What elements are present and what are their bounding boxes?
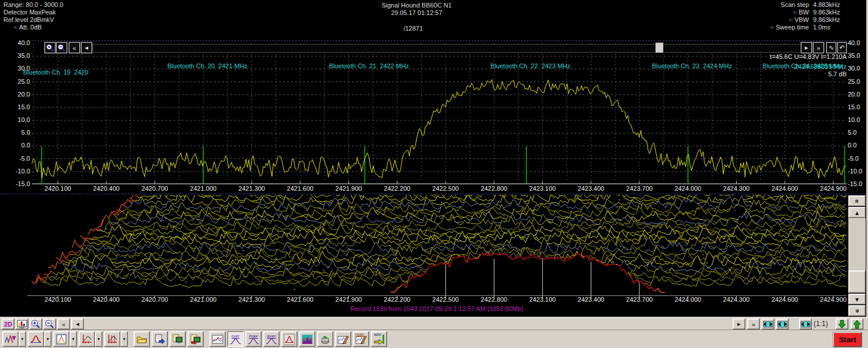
view-2d-button[interactable]: 2D xyxy=(2,319,14,330)
file-convert-button[interactable] xyxy=(152,331,168,347)
chart-display-icon xyxy=(16,319,28,330)
marker-trace-button-group: ▾ xyxy=(2,331,26,347)
y-tick-label: 35.0 xyxy=(13,52,30,59)
export-screen-button-group xyxy=(170,331,186,347)
y-tick-label: 15.0 xyxy=(13,103,30,110)
start-button[interactable]: Start xyxy=(833,332,862,347)
scroll-double-up[interactable]: « xyxy=(848,195,866,206)
y-tick-label: -5.0 xyxy=(848,155,865,162)
filled-spectrum-button[interactable] xyxy=(299,331,315,347)
bell-window-button[interactable] xyxy=(281,331,297,347)
step-left-button[interactable]: ◂ xyxy=(71,319,84,330)
waterfall-scrollbar-thumb[interactable] xyxy=(848,271,866,293)
shift-down-button[interactable] xyxy=(836,319,848,330)
export-screen-button[interactable] xyxy=(170,331,186,347)
zoom-in-button[interactable] xyxy=(30,319,42,330)
fit-height-button[interactable] xyxy=(776,319,789,330)
trace-curve-icon xyxy=(230,338,241,345)
trace-max-button[interactable]: max xyxy=(245,331,262,347)
plot-scrollbar-track[interactable] xyxy=(93,44,801,53)
bell-red-icon xyxy=(30,334,42,345)
plot-page-left-button[interactable]: « xyxy=(69,42,80,53)
trace-average-button[interactable]: aver xyxy=(263,331,279,347)
clear-history-button[interactable] xyxy=(317,331,333,347)
hand-icon[interactable]: ☜ xyxy=(770,24,775,31)
chevron-down-icon: ▾ xyxy=(46,336,49,342)
multi-trace-button[interactable] xyxy=(209,331,226,347)
curve-fit-button[interactable] xyxy=(28,331,44,347)
page-left-button[interactable]: « xyxy=(57,319,70,330)
trace-curve-icon xyxy=(248,338,259,345)
plot-zoom-out-button[interactable] xyxy=(56,42,67,53)
scroll-up[interactable]: ▴ xyxy=(848,207,866,218)
fit-h-icon xyxy=(762,319,774,330)
label-export-button[interactable]: abc xyxy=(371,331,387,347)
x-tick-label: 2420.100 xyxy=(39,185,76,192)
plot-window-button[interactable] xyxy=(53,331,69,347)
scroll-down-icon: ▾ xyxy=(855,295,859,303)
y-tick-label: 25.0 xyxy=(13,78,30,85)
grid-red-icon xyxy=(81,334,93,345)
scroll-double-down[interactable]: « xyxy=(848,305,866,316)
plot-pan-button[interactable]: ∿ xyxy=(826,42,836,53)
plot-window-button-dropdown[interactable]: ▾ xyxy=(69,331,77,347)
plot-scrollbar-thumb[interactable] xyxy=(656,43,663,53)
x-tick-label: 2423.400 xyxy=(572,185,609,192)
plot-step-right-button[interactable]: ▸ xyxy=(801,42,812,53)
grid-scale-button-dropdown[interactable]: ▾ xyxy=(95,331,102,347)
shift-up-button[interactable] xyxy=(851,319,863,330)
plot-page-right-button[interactable]: » xyxy=(813,42,824,53)
y-tick-label: 10.0 xyxy=(13,116,30,123)
zoom-out-button[interactable] xyxy=(43,319,56,330)
x-tick-label: 2421.000 xyxy=(185,296,222,303)
trace-current-button-label: curr xyxy=(230,334,241,338)
edit-max-button-content: max xyxy=(355,334,367,345)
curve-fit-button-dropdown[interactable]: ▾ xyxy=(44,331,52,347)
fit-width-button[interactable] xyxy=(762,319,774,330)
chevron-down-icon: ▾ xyxy=(123,336,125,342)
device-title: Signal Hound BB60C N1 xyxy=(0,2,833,9)
export-screen-save-button[interactable] xyxy=(187,331,204,347)
curve-fit-button-group: ▾ xyxy=(28,331,52,347)
grid-scale-alt-button[interactable] xyxy=(104,331,120,347)
header-right-label: Scan step xyxy=(742,1,809,8)
plot-zoom-in-button[interactable] xyxy=(45,42,56,53)
zoom-in-icon xyxy=(45,42,55,54)
scroll-double-up-icon: « xyxy=(853,199,861,203)
channel-label: Bluetooth Ch. 21 2422 MHz xyxy=(329,62,409,69)
header-left-label: Ref.level 2dBmkV xyxy=(3,16,54,23)
hand-icon[interactable]: ☜ xyxy=(792,9,797,16)
page-right-button[interactable]: » xyxy=(747,319,760,330)
x-tick-label: 2422.500 xyxy=(427,296,464,303)
x-tick-label: 2424.000 xyxy=(670,296,707,303)
fit-h-icon xyxy=(800,319,811,330)
trace-current-button[interactable]: curr xyxy=(227,331,244,347)
x-tick-label: 2420.700 xyxy=(137,296,174,303)
marker-trace-button-dropdown[interactable]: ▾ xyxy=(19,331,26,347)
plot-step-left-button[interactable]: ◂ xyxy=(81,42,92,53)
marker-trace-button[interactable] xyxy=(2,331,19,347)
edit-trace-button[interactable] xyxy=(335,331,351,347)
waterfall-canvas[interactable] xyxy=(27,195,847,299)
header-right-value: 1.0ms xyxy=(813,24,847,31)
trace-marker-icon xyxy=(5,334,16,345)
x-tick-label: 2423.100 xyxy=(524,185,561,192)
mini-chart-icon xyxy=(212,334,223,345)
y-tick-label: 5.0 xyxy=(13,129,30,136)
x-tick-label: 2421.900 xyxy=(330,296,367,303)
screen-save-icon xyxy=(190,334,201,345)
grid-scale-alt-button-dropdown[interactable]: ▾ xyxy=(120,331,128,347)
main-toolbar-buttons: ▾▾▾▾▾currmaxavermaxabc xyxy=(2,331,389,347)
open-file-button[interactable] xyxy=(134,331,150,347)
step-right-button[interactable]: ▸ xyxy=(733,319,745,330)
scroll-down[interactable]: ▾ xyxy=(848,294,866,305)
fit-window-button[interactable] xyxy=(799,319,812,330)
plot-undo-button[interactable]: ↶ xyxy=(837,42,847,53)
edit-max-button[interactable]: max xyxy=(353,331,369,347)
grid-scale-button[interactable] xyxy=(79,331,95,347)
x-tick-label: 2421.000 xyxy=(185,185,222,192)
y-tick-label: 0.0 xyxy=(848,142,865,149)
hand-icon[interactable]: ☜ xyxy=(788,17,793,23)
display-mode-button[interactable] xyxy=(16,319,28,330)
zoom-in-icon xyxy=(30,319,42,330)
